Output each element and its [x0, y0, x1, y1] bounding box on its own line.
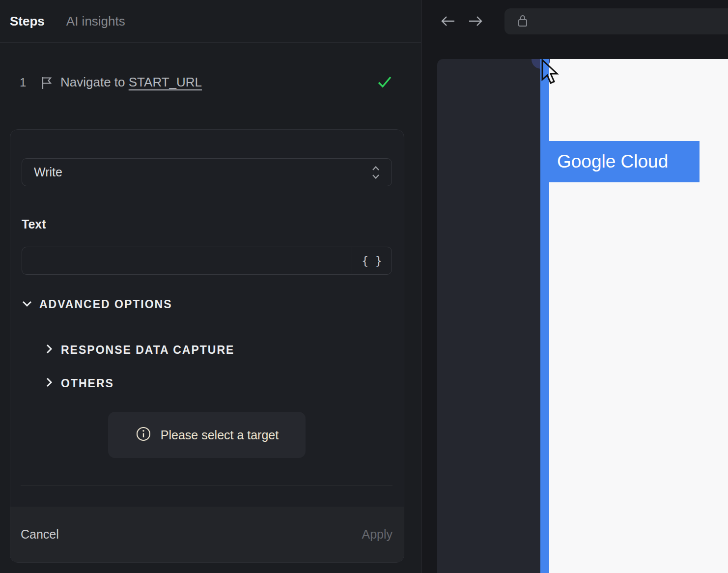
select-target-text: Please select a target [161, 428, 279, 442]
text-input[interactable] [22, 247, 352, 274]
apply-button[interactable]: Apply [362, 507, 392, 562]
chevron-up-down-icon [371, 165, 381, 180]
check-icon [377, 75, 392, 91]
editor-footer: Cancel Apply [10, 507, 404, 562]
cancel-button[interactable]: Cancel [21, 507, 59, 562]
browser-toolbar [422, 0, 728, 42]
highlighted-element-text: Google Cloud [557, 151, 668, 172]
footer-divider [21, 486, 392, 486]
arrow-right-icon [467, 13, 484, 29]
text-field-label: Text [22, 217, 46, 231]
chevron-down-icon [22, 299, 32, 310]
page-content-region [549, 59, 728, 573]
highlighted-element-google-cloud[interactable]: Google Cloud [549, 141, 700, 182]
browser-viewport: Google Cloud [422, 59, 728, 573]
info-icon [135, 426, 152, 444]
panel-tabs: Steps AI insights [0, 0, 421, 43]
text-input-group: { } [22, 247, 392, 275]
response-data-capture-label: RESPONSE DATA CAPTURE [61, 344, 234, 357]
step-row[interactable]: 1 Navigate to START_URL [0, 69, 421, 96]
arrow-left-icon [440, 13, 456, 29]
insert-variable-button[interactable]: { } [352, 247, 392, 274]
tab-ai-insights[interactable]: AI insights [66, 14, 125, 29]
step-editor-card: Write Text { } ADVANCED OPTIONS [10, 129, 404, 563]
back-button[interactable] [440, 13, 456, 29]
address-bar[interactable] [504, 8, 728, 34]
others-label: OTHERS [61, 377, 114, 390]
steps-panel: Steps AI insights 1 Navigate to START_UR… [0, 0, 421, 573]
browser-preview: Google Cloud [422, 0, 728, 573]
cursor-arrow-icon [541, 59, 561, 88]
advanced-options-toggle[interactable]: ADVANCED OPTIONS [22, 298, 172, 311]
step-number: 1 [20, 76, 26, 89]
chevron-right-icon [45, 376, 53, 390]
action-select[interactable]: Write [22, 158, 392, 186]
action-select-value: Write [34, 165, 371, 179]
chevron-right-icon [45, 343, 53, 357]
response-data-capture-toggle[interactable]: RESPONSE DATA CAPTURE [45, 343, 234, 357]
lock-icon [517, 13, 529, 30]
advanced-options-label: ADVANCED OPTIONS [39, 298, 172, 311]
element-highlight-strip [540, 59, 549, 573]
forward-button[interactable] [467, 13, 484, 29]
flag-icon [40, 76, 53, 92]
start-url-link[interactable]: START_URL [129, 75, 202, 89]
tab-steps[interactable]: Steps [10, 14, 45, 29]
others-toggle[interactable]: OTHERS [45, 376, 114, 390]
step-title: Navigate to START_URL [60, 75, 202, 90]
select-target-notice: Please select a target [108, 412, 306, 458]
